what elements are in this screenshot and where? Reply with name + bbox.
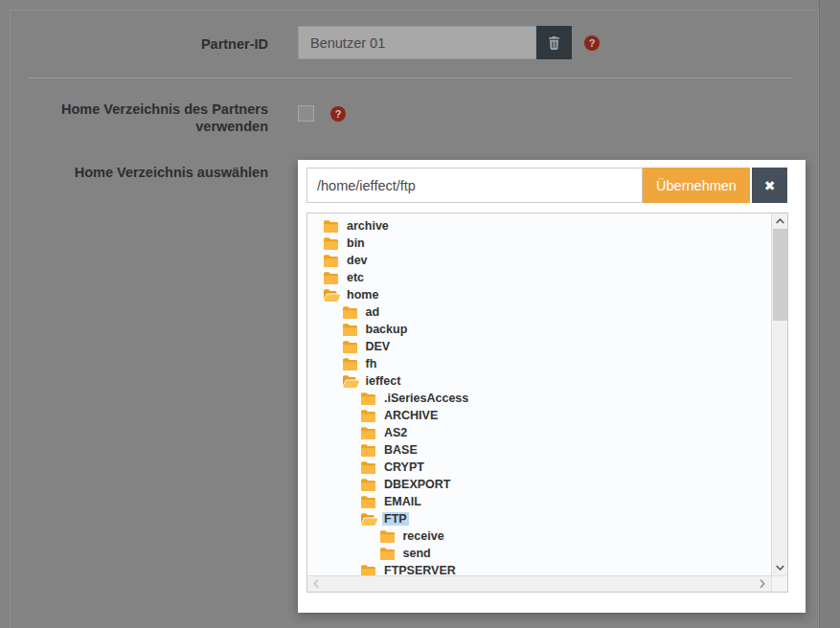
apply-button[interactable]: Übernehmen [643, 168, 750, 203]
tree-item[interactable]: BASE [324, 441, 771, 459]
tree-item-label: send [401, 547, 433, 560]
tree-item-label: .iSeriesAccess [382, 392, 470, 405]
tree-item-label: ieffect [364, 374, 403, 388]
tree-item-label: backup [364, 323, 410, 336]
partner-id-input[interactable] [298, 26, 536, 59]
tree-item[interactable]: CRYPT [324, 459, 771, 476]
scroll-down-arrow-icon[interactable] [772, 560, 787, 575]
tree-item[interactable]: home [324, 286, 771, 303]
tree-item-label: home [345, 288, 380, 302]
directory-tree-panel: archive bin [306, 213, 788, 593]
tree-item-label: ad [364, 305, 382, 319]
tree-item[interactable]: DBEXPORT [324, 476, 771, 493]
tree-item[interactable]: ad [324, 303, 771, 321]
horizontal-scrollbar[interactable] [307, 575, 771, 592]
folder-icon [324, 255, 341, 267]
tree-item[interactable]: .iSeriesAccess [324, 390, 771, 407]
tree-item[interactable]: backup [324, 321, 771, 338]
vertical-scrollbar[interactable] [771, 213, 787, 575]
folder-icon [361, 427, 378, 439]
tree-item[interactable]: archive [324, 217, 771, 235]
folder-icon [343, 324, 360, 336]
directory-tree: archive bin [307, 213, 771, 575]
tree-item[interactable]: AS2 [324, 424, 771, 441]
folder-open-icon [343, 375, 360, 388]
folder-icon [324, 272, 341, 284]
tree-item[interactable]: bin [324, 235, 771, 252]
partner-id-label: Partner-ID [29, 35, 268, 53]
tree-item-label: DBEXPORT [382, 478, 452, 491]
page-scrollbar[interactable] [819, 0, 840, 628]
select-home-dir-label: Home Verzeichnis auswählen [29, 164, 268, 181]
tree-item-label: EMAIL [382, 495, 423, 508]
directory-path-input[interactable] [306, 168, 643, 203]
folder-icon [361, 496, 378, 508]
tree-item[interactable]: ieffect [324, 372, 771, 390]
scroll-left-arrow-icon[interactable] [313, 579, 319, 589]
folder-icon [343, 306, 360, 319]
folder-icon [343, 358, 360, 370]
scroll-up-arrow-icon[interactable] [772, 213, 787, 229]
folder-icon [361, 479, 378, 491]
folder-icon [361, 444, 378, 457]
tree-item-label: bin [345, 236, 367, 250]
tree-item[interactable]: FTPSERVER [324, 562, 771, 575]
delete-partner-button[interactable] [536, 26, 572, 59]
folder-icon [361, 392, 378, 405]
use-home-dir-label: Home Verzeichnis des Partners verwenden [29, 101, 268, 135]
tree-item[interactable]: FTP [324, 510, 771, 527]
tree-item[interactable]: DEV [324, 338, 771, 355]
folder-icon [380, 548, 397, 560]
tree-item[interactable]: fh [324, 355, 771, 372]
folder-icon [324, 220, 341, 233]
vertical-scrollbar-thumb[interactable] [773, 229, 787, 321]
close-icon: ✖ [764, 178, 776, 193]
tree-item-label: AS2 [382, 426, 409, 439]
tree-item[interactable]: send [324, 545, 771, 562]
tree-item-label: archive [345, 219, 391, 233]
folder-open-icon [324, 289, 341, 302]
use-home-dir-checkbox[interactable] [298, 105, 314, 122]
folder-icon [361, 410, 378, 422]
folder-icon [343, 341, 360, 353]
tree-item-label: FTP [382, 512, 409, 526]
tree-item[interactable]: etc [324, 269, 771, 286]
folder-icon [361, 565, 378, 576]
partner-id-help-icon[interactable]: ? [584, 35, 600, 51]
tree-item[interactable]: EMAIL [324, 493, 771, 510]
scrollbar-corner [771, 575, 787, 592]
tree-item-label: ARCHIVE [382, 409, 440, 422]
section-divider [29, 78, 792, 78]
close-button[interactable]: ✖ [752, 168, 787, 203]
scroll-right-arrow-icon[interactable] [760, 579, 765, 589]
tree-item-label: BASE [382, 443, 420, 457]
tree-item[interactable]: dev [324, 252, 771, 269]
directory-picker-dialog: Übernehmen ✖ archive [298, 160, 806, 613]
tree-item-label: CRYPT [382, 460, 426, 474]
folder-icon [324, 237, 341, 250]
tree-item-label: fh [364, 357, 379, 370]
tree-item-label: etc [345, 271, 366, 284]
tree-item[interactable]: ARCHIVE [324, 407, 771, 424]
folder-open-icon [361, 513, 378, 526]
tree-item-label: dev [345, 254, 370, 267]
folder-icon [380, 530, 397, 543]
tree-item[interactable]: receive [324, 527, 771, 545]
tree-item-label: FTPSERVER [382, 564, 458, 575]
tree-item-label: receive [401, 529, 446, 543]
tree-item-label: DEV [364, 340, 393, 353]
trash-icon [548, 36, 560, 50]
folder-icon [361, 461, 378, 474]
use-home-dir-help-icon[interactable]: ? [330, 106, 346, 122]
